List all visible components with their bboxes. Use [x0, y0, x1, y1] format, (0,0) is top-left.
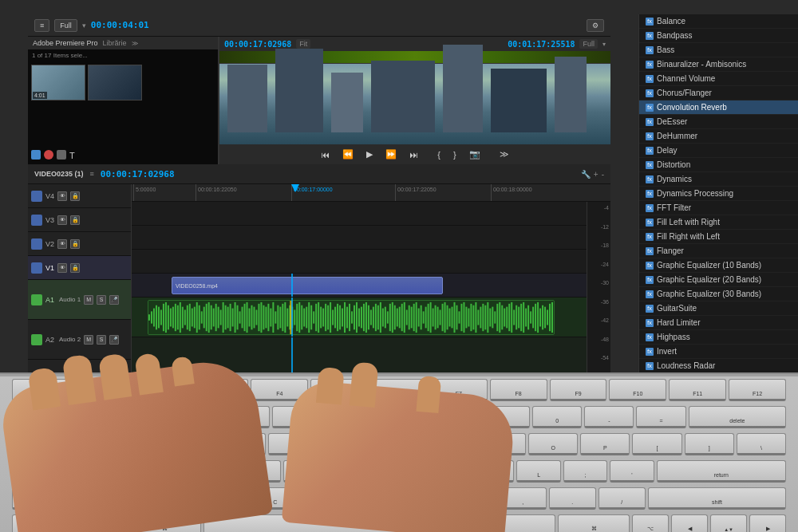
- export-frame-btn[interactable]: 📷: [466, 148, 484, 161]
- key-q[interactable]: Q: [112, 433, 161, 455]
- key-space[interactable]: [203, 514, 556, 532]
- key-backslash[interactable]: \: [737, 433, 786, 455]
- a1-mic-btn[interactable]: 🎤: [109, 295, 119, 305]
- key-r[interactable]: R: [268, 433, 318, 455]
- v4-lock-btn[interactable]: 🔒: [70, 191, 80, 201]
- key-7[interactable]: 7: [376, 406, 425, 428]
- workspace-btn[interactable]: ≡: [34, 19, 49, 32]
- tl-zoom-in[interactable]: +: [594, 170, 598, 179]
- key-opt-left[interactable]: ⌥: [90, 514, 127, 532]
- effect-flanger[interactable]: fxFlanger: [639, 244, 798, 258]
- v2-eye-btn[interactable]: 👁: [57, 239, 67, 249]
- v3-lock-btn[interactable]: 🔒: [70, 215, 80, 225]
- effect-highpass[interactable]: fxHighpass: [639, 330, 798, 345]
- key-x[interactable]: X: [202, 487, 249, 510]
- a2-mic-btn[interactable]: 🎤: [109, 335, 119, 345]
- v4-eye-btn[interactable]: 👁: [57, 191, 67, 201]
- key-fn[interactable]: fn: [12, 514, 49, 532]
- key-cmd-right[interactable]: ⌘: [558, 514, 630, 532]
- key-shift-right[interactable]: shift: [648, 487, 786, 510]
- librie-tab[interactable]: Librărie: [103, 39, 127, 47]
- v3-track-row[interactable]: [132, 226, 610, 250]
- key-period[interactable]: .: [549, 487, 596, 510]
- key-e[interactable]: E: [216, 433, 266, 455]
- key-y[interactable]: Y: [372, 433, 421, 455]
- key-shift-left[interactable]: shift: [12, 487, 150, 510]
- key-8[interactable]: 8: [429, 406, 478, 428]
- v4-track-row[interactable]: [132, 202, 610, 226]
- resolution-right-btn[interactable]: Full: [579, 39, 598, 49]
- effect-loudness[interactable]: fxLoudness Radar: [639, 359, 798, 373]
- key-cmd-left[interactable]: ⌘: [129, 514, 201, 532]
- add-marker-btn[interactable]: ≫: [496, 148, 512, 161]
- key-z[interactable]: Z: [152, 487, 200, 510]
- key-v[interactable]: V: [301, 487, 348, 510]
- effect-fft[interactable]: fxFFT Filter: [639, 201, 798, 215]
- key-5[interactable]: 5: [272, 406, 322, 428]
- key-4[interactable]: 4: [220, 406, 270, 428]
- key-f8[interactable]: F8: [490, 379, 547, 401]
- key-d[interactable]: D: [237, 460, 281, 483]
- key-k[interactable]: K: [470, 460, 514, 483]
- key-semicolon[interactable]: ;: [563, 460, 607, 483]
- tool-3[interactable]: [57, 150, 66, 160]
- key-equals[interactable]: =: [636, 406, 685, 428]
- key-b[interactable]: B: [350, 487, 397, 510]
- v3-eye-btn[interactable]: 👁: [57, 215, 67, 225]
- a2-track-row[interactable]: [132, 337, 610, 377]
- key-f10[interactable]: F10: [609, 379, 666, 401]
- key-tab[interactable]: tab: [12, 433, 109, 455]
- key-quote[interactable]: ': [610, 460, 654, 483]
- fit-btn[interactable]: Fit: [296, 39, 310, 49]
- effect-guitarsuite[interactable]: fxGuitarSuite: [639, 301, 798, 316]
- effect-channel-volume[interactable]: fxChannel Volume: [639, 72, 798, 86]
- key-f4[interactable]: F4: [251, 379, 308, 401]
- key-j[interactable]: J: [424, 460, 468, 483]
- effect-chorus[interactable]: fxChorus/Flanger: [639, 86, 798, 100]
- effect-bass[interactable]: fxBass: [639, 43, 798, 57]
- key-t[interactable]: T: [320, 433, 369, 455]
- effect-dynamics[interactable]: fxDynamics: [639, 172, 798, 187]
- thumb-2[interactable]: [88, 65, 142, 100]
- key-n[interactable]: N: [401, 487, 448, 510]
- key-f[interactable]: F: [283, 460, 327, 483]
- key-f5[interactable]: F5: [310, 379, 368, 401]
- mark-in-btn[interactable]: {: [434, 148, 444, 161]
- a2-mute-btn[interactable]: M: [84, 335, 93, 345]
- key-3[interactable]: 3: [168, 406, 218, 428]
- video-clip[interactable]: VIDEO0258.mp4: [172, 277, 443, 294]
- effect-convolution[interactable]: fxConvolution Reverb: [639, 100, 798, 115]
- a1-solo-btn[interactable]: S: [97, 295, 106, 305]
- key-bracket-left[interactable]: [: [632, 433, 681, 455]
- a1-track-row[interactable]: [132, 298, 610, 337]
- key-u[interactable]: U: [425, 433, 474, 455]
- ffwd-btn[interactable]: ⏭: [406, 148, 421, 161]
- key-2[interactable]: 2: [116, 406, 165, 428]
- effect-bandpass[interactable]: fxBandpass: [639, 29, 798, 43]
- key-arrow-left[interactable]: ◀: [671, 514, 708, 532]
- key-0[interactable]: 0: [532, 406, 582, 428]
- key-f9[interactable]: F9: [550, 379, 607, 401]
- key-h[interactable]: H: [377, 460, 421, 483]
- v1-eye-btn[interactable]: 👁: [57, 263, 67, 273]
- a1-mute-btn[interactable]: M: [84, 295, 93, 305]
- key-g[interactable]: G: [330, 460, 374, 483]
- key-f7[interactable]: F7: [430, 379, 488, 401]
- key-o[interactable]: O: [528, 433, 578, 455]
- effect-deesser[interactable]: fxDeEsser: [639, 115, 798, 129]
- key-return[interactable]: return: [657, 460, 786, 483]
- key-p[interactable]: P: [580, 433, 630, 455]
- key-comma[interactable]: ,: [500, 487, 547, 510]
- key-1[interactable]: 1: [64, 406, 113, 428]
- effect-balance[interactable]: fxBalance: [639, 14, 798, 29]
- v1-track-row[interactable]: VIDEO0258.mp4: [132, 274, 610, 298]
- key-f6[interactable]: F6: [370, 379, 428, 401]
- key-s[interactable]: S: [191, 460, 235, 483]
- play-btn[interactable]: ▶: [363, 148, 376, 161]
- effect-dynamics-processing[interactable]: fxDynamics Processing: [639, 187, 798, 201]
- key-f11[interactable]: F11: [669, 379, 726, 401]
- key-f12[interactable]: F12: [729, 379, 786, 401]
- step-back-btn[interactable]: ⏪: [339, 148, 357, 161]
- key-w[interactable]: W: [164, 433, 214, 455]
- effect-delay[interactable]: fxDelay: [639, 144, 798, 158]
